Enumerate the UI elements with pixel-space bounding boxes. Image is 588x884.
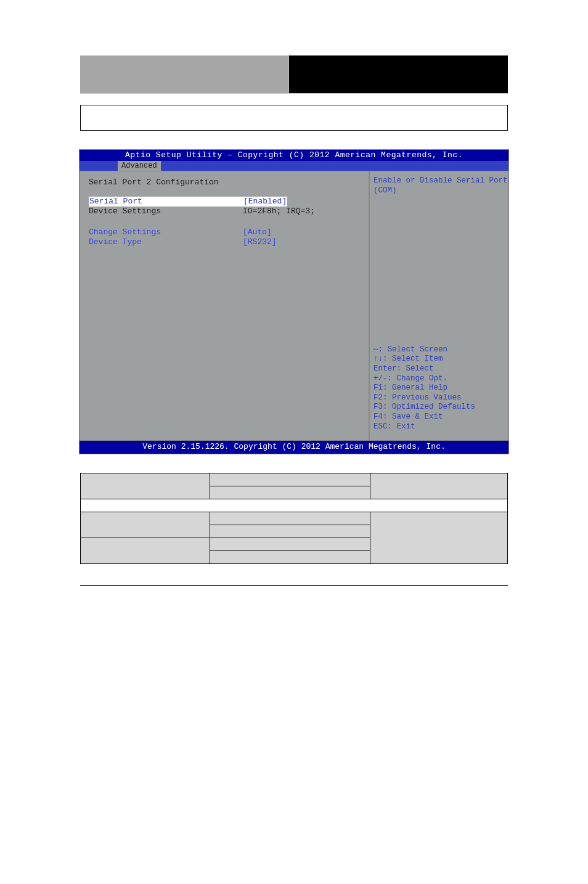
bios-row[interactable]: Serial Port [Enabled] — [89, 197, 364, 207]
options-table — [80, 473, 508, 564]
field-label: Change Settings — [89, 227, 243, 237]
field-label: Device Settings — [89, 207, 243, 216]
cell — [370, 512, 508, 563]
table-row — [81, 512, 508, 525]
cell — [81, 499, 508, 512]
bios-title: Aptio Setup Utility – Copyright (C) 2012… — [80, 150, 508, 161]
cell — [81, 512, 210, 538]
page-header-left — [80, 55, 289, 93]
bios-footer: Version 2.15.1226. Copyright (C) 2012 Am… — [80, 441, 508, 453]
cell — [81, 473, 210, 499]
table-row — [81, 473, 508, 486]
bios-row[interactable]: Change Settings [Auto] — [89, 227, 364, 237]
bios-row[interactable]: Device Type [RS232] — [89, 237, 364, 247]
field-value[interactable]: [Enabled] — [243, 197, 287, 207]
bios-tab-row: Advanced — [80, 161, 508, 171]
cell — [210, 538, 370, 550]
key-hints: ↔: Select Screen ↑↓: Select Item Enter: … — [374, 345, 504, 432]
bios-screenshot: Aptio Setup Utility – Copyright (C) 2012… — [79, 149, 509, 454]
cell — [210, 512, 370, 525]
cell — [210, 550, 370, 563]
field-label: Serial Port — [89, 197, 243, 207]
page-header — [80, 55, 508, 94]
bios-heading: Serial Port 2 Configuration — [89, 178, 364, 187]
field-value: IO=2F8h; IRQ=3; — [243, 207, 315, 216]
bios-body: Serial Port 2 Configuration Serial Port … — [80, 171, 508, 441]
footer-rule — [80, 585, 508, 586]
help-text: Enable or Disable Serial Port (COM) — [374, 176, 504, 195]
table-row — [81, 499, 508, 512]
page-header-right — [289, 55, 508, 93]
cell — [210, 486, 370, 499]
bios-left-panel: Serial Port 2 Configuration Serial Port … — [80, 171, 369, 441]
tab-advanced[interactable]: Advanced — [118, 161, 161, 171]
field-value[interactable]: [RS232] — [243, 237, 277, 247]
cell — [81, 538, 210, 563]
field-value[interactable]: [Auto] — [243, 227, 272, 237]
cell — [370, 473, 508, 499]
bios-row: Device Settings IO=2F8h; IRQ=3; — [89, 207, 364, 216]
note-box — [80, 105, 508, 131]
cell — [210, 525, 370, 538]
bios-right-panel: Enable or Disable Serial Port (COM) ↔: S… — [369, 171, 508, 441]
cell — [210, 473, 370, 486]
field-label: Device Type — [89, 237, 243, 247]
